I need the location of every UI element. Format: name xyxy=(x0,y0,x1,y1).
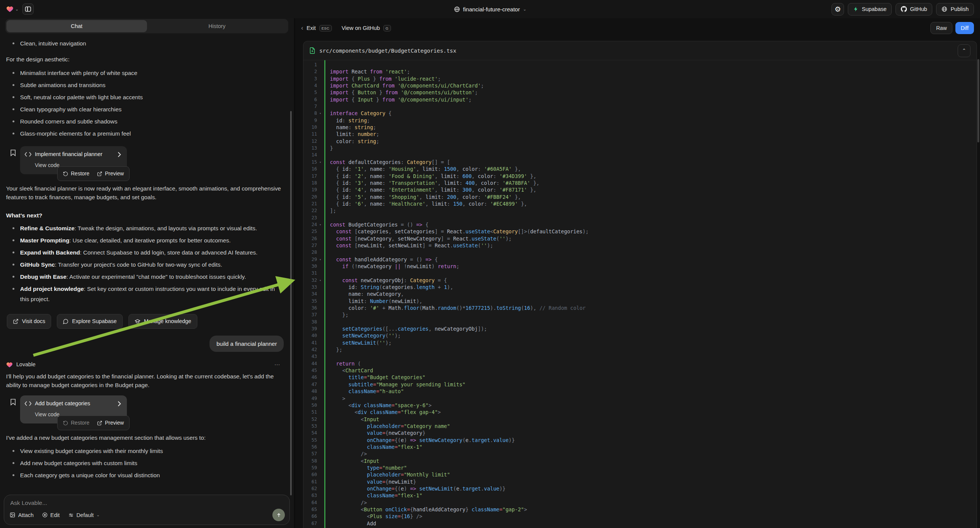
fold-toggle xyxy=(317,367,323,374)
chat-scrollbar[interactable] xyxy=(290,111,292,495)
sliders-icon xyxy=(68,512,74,518)
fold-toggle xyxy=(317,353,323,360)
explore-supabase-button[interactable]: Explore Supabase xyxy=(57,314,123,329)
diff-button[interactable]: Diff xyxy=(955,22,974,34)
fold-toggle[interactable]: ▾ xyxy=(317,277,323,284)
publish-button[interactable]: Publish xyxy=(936,3,974,16)
chat-panel: Chat History Clean, intuitive navigation… xyxy=(0,18,294,528)
code-line: 52 <Input xyxy=(304,416,977,423)
fold-toggle xyxy=(317,75,323,82)
list-item: Expand with Backend: Connect Supabase to… xyxy=(6,247,284,258)
bookmark-icon[interactable] xyxy=(10,398,16,423)
fold-toggle xyxy=(317,228,323,235)
fold-toggle xyxy=(317,409,323,415)
design-bullets: Minimalist interface with plenty of whit… xyxy=(6,68,284,138)
fold-toggle[interactable]: ▾ xyxy=(317,221,323,228)
line-number: 41 xyxy=(304,339,317,346)
chat-input[interactable] xyxy=(10,499,270,506)
view-on-github-button[interactable]: View on GitHub G xyxy=(342,25,391,32)
code-line: 4import ChartCard from '@/components/ui/… xyxy=(304,82,977,89)
code-line: 54 value={newCategory} xyxy=(304,429,977,436)
line-number: 38 xyxy=(304,318,317,325)
github-button[interactable]: GitHub xyxy=(896,3,932,16)
code-line: 42 }; xyxy=(304,346,977,353)
line-number: 47 xyxy=(304,381,317,388)
app-window: ⌄ financial-future-creator ⌄ ⚙ Supabase xyxy=(0,0,980,528)
chat-scroll-area[interactable]: Clean, intuitive navigation For the desi… xyxy=(0,34,294,491)
lovable-logo-menu[interactable]: ⌄ xyxy=(6,5,19,13)
restore-button[interactable]: Restore xyxy=(63,169,89,178)
line-number: 57 xyxy=(304,450,317,457)
mode-selector[interactable]: Default ⌄ xyxy=(68,512,100,518)
attach-button[interactable]: Attach xyxy=(10,512,34,518)
code-panel: ‹ Exit ESC View on GitHub G Raw Diff src… xyxy=(295,18,980,528)
fold-toggle xyxy=(317,471,323,478)
code-line: 34 name: newCategory, xyxy=(304,291,977,297)
fold-toggle xyxy=(317,339,323,346)
line-number: 32 xyxy=(304,277,317,284)
send-button[interactable] xyxy=(272,509,285,521)
fold-toggle xyxy=(317,450,323,457)
list-item: Clean typography with clear hierarchies xyxy=(6,104,284,115)
bookmark-icon[interactable] xyxy=(10,149,16,174)
code-line: 48 className="h-auto" xyxy=(304,388,977,395)
manage-knowledge-button[interactable]: Manage knowledge xyxy=(129,314,197,329)
line-number: 35 xyxy=(304,298,317,305)
publish-globe-icon xyxy=(941,6,947,12)
line-number: 56 xyxy=(304,444,317,450)
fold-toggle[interactable]: ▾ xyxy=(317,159,323,165)
code-line: 55 onChange={(e) => setNewCategory(e.tar… xyxy=(304,437,977,444)
user-message: build a financial planner xyxy=(210,336,284,352)
sidebar-toggle-button[interactable] xyxy=(22,3,34,15)
exit-button[interactable]: ‹ Exit ESC xyxy=(301,25,332,32)
fold-toggle xyxy=(317,499,323,506)
tab-history[interactable]: History xyxy=(147,20,288,32)
code-line: 45 <ChartCard xyxy=(304,367,977,374)
fold-toggle xyxy=(317,492,323,499)
raw-button[interactable]: Raw xyxy=(931,22,952,34)
code-line: 14 xyxy=(304,151,977,158)
next-steps-list: Refine & Customize: Tweak the design, an… xyxy=(6,223,284,304)
fold-toggle xyxy=(317,429,323,436)
supabase-button[interactable]: Supabase xyxy=(848,3,892,16)
fold-toggle[interactable]: ▾ xyxy=(317,256,323,263)
line-number: 2 xyxy=(304,68,317,75)
preview-button[interactable]: Preview xyxy=(97,169,124,178)
line-number: 16 xyxy=(304,165,317,172)
tab-chat[interactable]: Chat xyxy=(6,20,147,32)
edit-button[interactable]: Edit xyxy=(42,512,60,518)
project-name: financial-future-creator xyxy=(463,6,520,13)
file-path: src/components/budget/BudgetCategories.t… xyxy=(319,48,457,54)
preview-button[interactable]: Preview xyxy=(97,418,124,427)
chevron-right-icon[interactable] xyxy=(117,401,122,406)
more-options-button[interactable]: ⋯ xyxy=(274,360,281,369)
chevron-right-icon[interactable] xyxy=(117,152,122,157)
fold-toggle xyxy=(317,138,323,145)
supabase-bolt-icon xyxy=(853,6,859,12)
graduation-cap-icon xyxy=(134,318,140,324)
image-icon xyxy=(10,512,16,518)
code-scrollbar[interactable] xyxy=(977,59,979,142)
restore-icon xyxy=(63,420,68,426)
line-number: 59 xyxy=(304,464,317,471)
visit-docs-button[interactable]: Visit docs xyxy=(7,314,51,329)
file-path-bar[interactable]: src/components/budget/BudgetCategories.t… xyxy=(304,41,977,60)
code-line: 58 <Input xyxy=(304,458,977,464)
code-line: 50 <div className="space-y-6"> xyxy=(304,402,977,409)
code-line: 5import { Button } from '@/components/ui… xyxy=(304,89,977,96)
collapse-file-button[interactable]: ⌃ xyxy=(958,44,970,57)
line-number: 60 xyxy=(304,471,317,478)
fold-toggle xyxy=(317,437,323,444)
fold-toggle xyxy=(317,388,323,395)
fold-toggle[interactable]: ▾ xyxy=(317,110,323,117)
code-line: 20 { id: '5', name: 'Shopping', limit: 2… xyxy=(304,194,977,200)
code-line: 37 }; xyxy=(304,311,977,318)
code-line: 19 { id: '4', name: 'Entertainment', lim… xyxy=(304,186,977,193)
project-switcher[interactable]: financial-future-creator ⌄ xyxy=(453,6,526,13)
code-line: 44 return ( xyxy=(304,360,977,367)
restore-button[interactable]: Restore xyxy=(63,418,89,427)
settings-button[interactable]: ⚙ xyxy=(832,3,844,16)
line-number: 63 xyxy=(304,492,317,499)
supabase-label: Supabase xyxy=(862,6,886,12)
line-number: 9 xyxy=(304,117,317,124)
